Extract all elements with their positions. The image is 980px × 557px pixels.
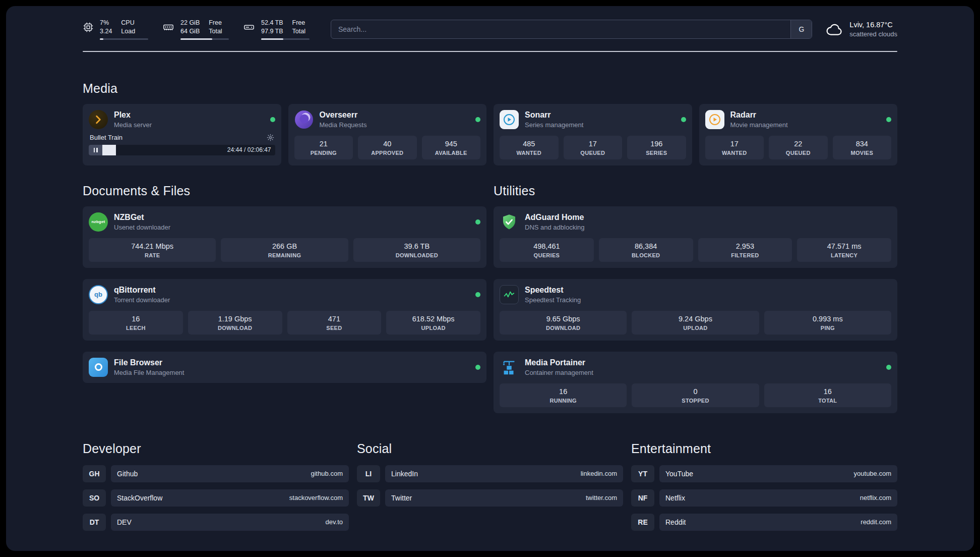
link-github[interactable]: Githubgithub.com	[111, 465, 349, 482]
track-title: Bullet Train	[90, 134, 122, 141]
section-title-documents: Documents & Files	[83, 184, 486, 198]
link-abbr-github: GH	[83, 465, 106, 482]
app-card-portainer[interactable]: Media Portainer Container management 16R…	[494, 352, 897, 413]
section-title-developer: Developer	[83, 441, 349, 456]
app-name: AdGuard Home	[525, 213, 585, 222]
ram-widget: 22 GiB64 GiB FreeTotal	[162, 19, 229, 40]
now-playing-widget: Bullet Train	[89, 134, 275, 155]
app-name: File Browser	[114, 358, 184, 367]
app-description: Movie management	[730, 121, 788, 129]
status-dot	[475, 365, 480, 370]
section-developer: Developer GH Githubgithub.com SO StackOv…	[83, 441, 349, 531]
stat-tile: 47.571 msLATENCY	[797, 238, 891, 262]
stat-tile: 22QUEUED	[769, 136, 828, 159]
stat-tile: 618.52 MbpsUPLOAD	[386, 311, 480, 335]
playback-time: 24:44 / 02:06:47	[227, 146, 271, 153]
ram-labels: FreeTotal	[209, 19, 222, 35]
app-name: Media Portainer	[525, 358, 593, 367]
stat-tile: 21PENDING	[294, 136, 353, 159]
section-entertainment: Entertainment YT YouTubeyoutube.com NF N…	[631, 441, 897, 531]
stat-tile: 16LEECH	[89, 311, 183, 335]
pause-button[interactable]	[89, 145, 102, 155]
nzbget-icon: nzbget	[89, 212, 108, 232]
section-media: Media Plex Media server	[83, 81, 897, 165]
cpu-values: 7%3.24	[100, 19, 112, 35]
disk-values: 52.4 TB97.9 TB	[261, 19, 283, 35]
link-netflix[interactable]: Netflixnetflix.com	[659, 489, 897, 507]
cloud-icon	[825, 22, 843, 37]
qbittorrent-icon: qb	[89, 285, 108, 304]
app-description: Media server	[114, 121, 152, 129]
app-card-qbittorrent[interactable]: qb qBittorrent Torrent downloader 16LEEC…	[83, 279, 486, 341]
cpu-usage-bar	[100, 38, 148, 40]
stat-tile: 17WANTED	[705, 136, 764, 159]
link-row: RE Redditreddit.com	[631, 514, 897, 531]
app-card-nzbget[interactable]: nzbget NZBGet Usenet downloader 744.21 M…	[83, 206, 486, 268]
stat-tile: 0.993 msPING	[764, 311, 891, 335]
stat-tile: 471SEED	[287, 311, 382, 335]
ram-usage-bar	[180, 38, 229, 40]
disk-usage-bar	[261, 38, 310, 40]
link-row: TW Twittertwitter.com	[357, 489, 623, 507]
app-name: Speedtest	[525, 286, 581, 295]
weather-widget[interactable]: Lviv, 16.87°C scattered clouds	[825, 21, 897, 38]
stat-tile: 834MOVIES	[833, 136, 892, 159]
section-utilities: Utilities	[494, 184, 897, 413]
search-engine-button[interactable]: G	[790, 20, 812, 38]
stat-tile: 266 GBREMAINING	[221, 238, 348, 262]
link-reddit[interactable]: Redditreddit.com	[659, 514, 897, 531]
disk-widget: 52.4 TB97.9 TB FreeTotal	[243, 19, 310, 40]
stat-tile: 2,953FILTERED	[698, 238, 792, 262]
app-card-overseerr[interactable]: Overseerr Media Requests 21PENDING 40APP…	[288, 104, 487, 165]
app-card-plex[interactable]: Plex Media server Bullet Train	[83, 104, 281, 165]
link-abbr-reddit: RE	[631, 514, 654, 531]
app-description: DNS and adblocking	[525, 224, 585, 231]
app-card-adguard[interactable]: AdGuard Home DNS and adblocking 498,461Q…	[494, 206, 897, 268]
link-abbr-stackoverflow: SO	[83, 489, 106, 507]
link-linkedin[interactable]: LinkedInlinkedin.com	[385, 465, 623, 482]
app-description: Speedtest Tracking	[525, 296, 581, 304]
app-description: Torrent downloader	[114, 296, 170, 304]
link-youtube[interactable]: YouTubeyoutube.com	[659, 465, 897, 482]
stat-tile: 498,461QUERIES	[500, 238, 594, 262]
stat-tile: 9.24 GbpsUPLOAD	[632, 311, 759, 335]
stat-tile: 39.6 TBDOWNLOADED	[353, 238, 480, 262]
search-input[interactable]	[331, 20, 790, 38]
stat-tile: 744.21 MbpsRATE	[89, 238, 216, 262]
status-dot	[886, 365, 891, 370]
app-card-speedtest[interactable]: Speedtest Speedtest Tracking 9.65 GbpsDO…	[494, 279, 897, 341]
stat-tile: 86,384BLOCKED	[599, 238, 693, 262]
cpu-labels: CPULoad	[121, 19, 135, 35]
app-description: Series management	[525, 121, 583, 129]
status-dot	[475, 117, 480, 122]
stat-tile: 196SERIES	[627, 136, 686, 159]
app-name: Overseerr	[320, 110, 367, 120]
app-card-radarr[interactable]: Radarr Movie management 17WANTED 22QUEUE…	[699, 104, 898, 165]
portainer-crane-icon	[500, 358, 519, 377]
link-row: LI LinkedInlinkedin.com	[357, 465, 623, 482]
link-abbr-netflix: NF	[631, 489, 654, 507]
plex-icon	[89, 110, 108, 129]
app-description: Container management	[525, 369, 593, 376]
link-twitter[interactable]: Twittertwitter.com	[385, 489, 623, 507]
app-card-sonarr[interactable]: Sonarr Series management 485WANTED 17QUE…	[494, 104, 692, 165]
app-name: Radarr	[730, 110, 788, 120]
link-abbr-dev: DT	[83, 514, 106, 531]
cpu-widget: 7%3.24 CPULoad	[83, 19, 148, 40]
cpu-chip-icon	[83, 22, 94, 33]
link-dev[interactable]: DEVdev.to	[111, 514, 349, 531]
stat-tile: 16TOTAL	[764, 383, 891, 407]
seek-bar[interactable]: 24:44 / 02:06:47	[89, 145, 275, 155]
link-stackoverflow[interactable]: StackOverflowstackoverflow.com	[111, 489, 349, 507]
link-row: SO StackOverflowstackoverflow.com	[83, 489, 349, 507]
weather-location: Lviv, 16.87°C	[849, 21, 897, 29]
stat-tile: 0STOPPED	[632, 383, 759, 407]
stat-tile: 40APPROVED	[358, 136, 417, 159]
seek-progress	[102, 145, 116, 155]
settings-gear-icon[interactable]	[267, 134, 274, 141]
link-abbr-twitter: TW	[357, 489, 380, 507]
link-row: NF Netflixnetflix.com	[631, 489, 897, 507]
app-name: NZBGet	[114, 213, 170, 222]
section-documents: Documents & Files nzbget NZBGet Usenet d…	[83, 184, 486, 413]
app-card-filebrowser[interactable]: File Browser Media File Management	[83, 352, 486, 383]
